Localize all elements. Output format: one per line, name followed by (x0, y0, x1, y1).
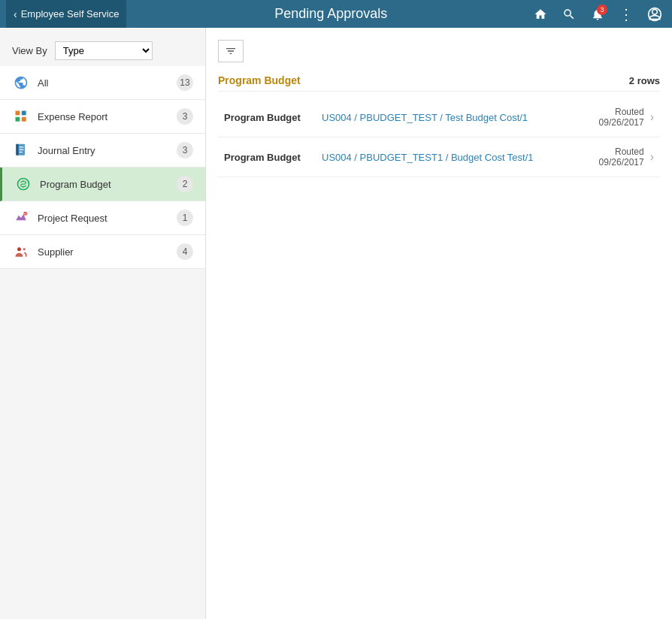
supplier-label: Supplier (38, 246, 177, 258)
svg-point-11 (23, 212, 27, 216)
search-button[interactable] (558, 3, 580, 26)
content-area: Program Budget 2 rows Program Budget US0… (206, 28, 672, 619)
budget-icon (14, 175, 32, 193)
more-icon: ⋮ (619, 5, 634, 23)
page-title: Pending Approvals (132, 6, 529, 22)
section-header: Program Budget 2 rows (218, 74, 660, 92)
view-by-select[interactable]: Type Date Status (55, 41, 153, 60)
chevron-right-icon-1: › (650, 110, 654, 124)
sidebar-item-expense-report[interactable]: Expense Report 3 (0, 100, 205, 134)
approval-date-1: 09/26/2017 (599, 117, 644, 128)
approval-status-2: Routed (599, 146, 644, 157)
supplier-badge: 4 (177, 243, 193, 260)
svg-rect-2 (16, 117, 20, 122)
approval-link-2[interactable]: US004 / PBUDGET_TEST1 / Budget Cost Test… (322, 152, 534, 163)
home-icon (534, 8, 547, 21)
search-icon (562, 8, 576, 21)
journal-icon (12, 141, 30, 159)
sidebar-item-journal-entry[interactable]: Journal Entry 3 (0, 134, 205, 168)
project-badge: 1 (177, 210, 193, 226)
main-layout: View By Type Date Status All 13 (0, 28, 672, 619)
svg-rect-3 (22, 111, 26, 116)
budget-label: Program Budget (40, 179, 177, 190)
approval-status-date-2: Routed 09/26/2017 (599, 146, 644, 168)
back-arrow-icon: ‹ (14, 8, 17, 20)
journal-label: Journal Entry (38, 145, 177, 156)
header-icons: 3 ⋮ (529, 3, 666, 26)
chevron-right-icon-2: › (650, 150, 654, 164)
notification-badge: 3 (597, 5, 607, 15)
all-label: All (38, 77, 177, 89)
approval-row-1[interactable]: Program Budget US004 / PBUDGET_TEST / Te… (218, 98, 660, 137)
sidebar-item-program-budget[interactable]: Program Budget 2 (0, 168, 205, 201)
project-label: Project Request (38, 213, 177, 224)
notifications-button[interactable]: 3 (586, 3, 609, 26)
user-circle-icon (647, 7, 662, 22)
supplier-icon (12, 243, 30, 261)
approval-detail-2: US004 / PBUDGET_TEST1 / Budget Cost Test… (322, 152, 599, 163)
section-rows: 2 rows (629, 75, 660, 86)
approval-type-1: Program Budget (224, 112, 322, 123)
filter-button[interactable] (218, 40, 244, 62)
approval-type-2: Program Budget (224, 152, 322, 163)
sidebar-item-all[interactable]: All 13 (0, 66, 205, 100)
svg-rect-6 (16, 144, 18, 156)
approval-status-1: Routed (599, 107, 644, 117)
user-profile-button[interactable] (643, 3, 666, 26)
view-by-label: View By (12, 45, 47, 56)
view-by-row: View By Type Date Status (0, 35, 205, 66)
svg-rect-4 (22, 117, 26, 122)
section-title: Program Budget (218, 74, 301, 86)
expense-badge: 3 (177, 108, 193, 125)
back-label: Employee Self Service (21, 8, 120, 20)
svg-point-13 (23, 248, 26, 250)
project-icon (12, 209, 30, 227)
svg-point-12 (17, 247, 21, 251)
approval-date-2: 09/26/2017 (599, 157, 644, 168)
sidebar-item-project-request[interactable]: Project Request 1 (0, 201, 205, 235)
back-button[interactable]: ‹ Employee Self Service (6, 0, 126, 28)
all-badge: 13 (177, 74, 193, 91)
sidebar-item-supplier[interactable]: Supplier 4 (0, 235, 205, 269)
approval-detail-1: US004 / PBUDGET_TEST / Test Budget Cost/… (322, 112, 599, 123)
budget-badge: 2 (177, 176, 193, 192)
approval-link-1[interactable]: US004 / PBUDGET_TEST / Test Budget Cost/… (322, 112, 528, 123)
globe-icon (12, 74, 30, 92)
filter-icon (225, 45, 237, 57)
more-options-button[interactable]: ⋮ (615, 3, 637, 26)
svg-rect-1 (16, 111, 20, 116)
approval-status-date-1: Routed 09/26/2017 (599, 107, 644, 128)
expense-icon (12, 107, 30, 125)
approval-row-2[interactable]: Program Budget US004 / PBUDGET_TEST1 / B… (218, 137, 660, 177)
header: ‹ Employee Self Service Pending Approval… (0, 0, 672, 28)
sidebar: View By Type Date Status All 13 (0, 28, 206, 619)
expense-label: Expense Report (38, 111, 177, 122)
home-button[interactable] (529, 3, 552, 26)
journal-badge: 3 (177, 142, 193, 159)
